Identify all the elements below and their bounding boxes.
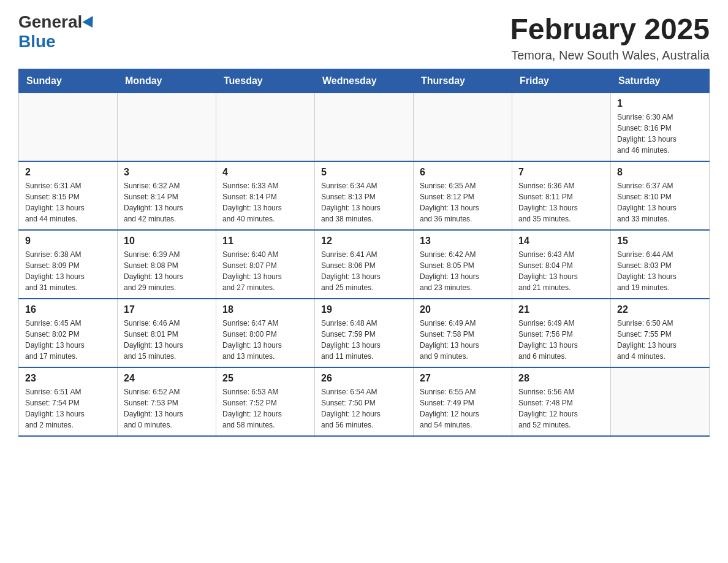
day-info: Sunrise: 6:51 AM Sunset: 7:54 PM Dayligh… [25,386,111,431]
day-info: Sunrise: 6:50 AM Sunset: 7:55 PM Dayligh… [617,318,703,362]
day-info: Sunrise: 6:55 AM Sunset: 7:49 PM Dayligh… [420,386,506,431]
day-info: Sunrise: 6:43 AM Sunset: 8:04 PM Dayligh… [518,249,604,293]
title-section: February 2025 Temora, New South Wales, A… [510,12,710,63]
calendar-cell: 8Sunrise: 6:37 AM Sunset: 8:10 PM Daylig… [611,161,710,230]
day-number: 10 [124,236,210,247]
calendar-cell: 23Sunrise: 6:51 AM Sunset: 7:54 PM Dayli… [19,367,118,436]
logo: General Blue [18,12,96,52]
calendar-cell: 15Sunrise: 6:44 AM Sunset: 8:03 PM Dayli… [611,230,710,299]
day-number: 26 [321,373,407,384]
day-number: 25 [222,373,308,384]
day-info: Sunrise: 6:56 AM Sunset: 7:48 PM Dayligh… [518,386,604,431]
day-number: 20 [420,304,506,315]
calendar-cell [315,93,414,162]
calendar-week-row: 9Sunrise: 6:38 AM Sunset: 8:09 PM Daylig… [19,230,710,299]
day-number: 8 [617,167,703,178]
day-info: Sunrise: 6:45 AM Sunset: 8:02 PM Dayligh… [25,318,111,362]
day-number: 16 [25,304,111,315]
calendar-cell [512,93,611,162]
day-number: 18 [222,304,308,315]
calendar-cell: 6Sunrise: 6:35 AM Sunset: 8:12 PM Daylig… [414,161,512,230]
day-number: 2 [25,167,111,178]
day-number: 4 [222,167,308,178]
weekday-header-monday: Monday [118,69,216,93]
day-number: 14 [518,236,604,247]
location: Temora, New South Wales, Australia [510,48,710,63]
day-number: 6 [420,167,506,178]
logo-triangle-icon [83,16,98,31]
day-info: Sunrise: 6:30 AM Sunset: 8:16 PM Dayligh… [617,112,703,156]
day-info: Sunrise: 6:49 AM Sunset: 7:56 PM Dayligh… [518,318,604,362]
day-number: 1 [617,98,703,109]
calendar-cell: 18Sunrise: 6:47 AM Sunset: 8:00 PM Dayli… [216,299,315,367]
logo-text: General [18,12,96,32]
logo-general: General [18,12,82,32]
calendar-cell: 12Sunrise: 6:41 AM Sunset: 8:06 PM Dayli… [315,230,414,299]
day-info: Sunrise: 6:49 AM Sunset: 7:58 PM Dayligh… [420,318,506,362]
day-number: 17 [124,304,210,315]
calendar-week-row: 16Sunrise: 6:45 AM Sunset: 8:02 PM Dayli… [19,299,710,367]
calendar-cell: 13Sunrise: 6:42 AM Sunset: 8:05 PM Dayli… [414,230,512,299]
day-info: Sunrise: 6:36 AM Sunset: 8:11 PM Dayligh… [518,180,604,224]
day-info: Sunrise: 6:40 AM Sunset: 8:07 PM Dayligh… [222,249,308,293]
day-number: 23 [25,373,111,384]
calendar-cell: 25Sunrise: 6:53 AM Sunset: 7:52 PM Dayli… [216,367,315,436]
day-number: 12 [321,236,407,247]
day-info: Sunrise: 6:37 AM Sunset: 8:10 PM Dayligh… [617,180,703,224]
day-number: 19 [321,304,407,315]
weekday-header-thursday: Thursday [414,69,512,93]
calendar-cell [611,367,710,436]
logo-blue: Blue [18,32,56,51]
day-info: Sunrise: 6:39 AM Sunset: 8:08 PM Dayligh… [124,249,210,293]
day-number: 3 [124,167,210,178]
calendar-cell: 7Sunrise: 6:36 AM Sunset: 8:11 PM Daylig… [512,161,611,230]
calendar-cell: 20Sunrise: 6:49 AM Sunset: 7:58 PM Dayli… [414,299,512,367]
weekday-header-friday: Friday [512,69,611,93]
day-info: Sunrise: 6:53 AM Sunset: 7:52 PM Dayligh… [222,386,308,431]
day-number: 22 [617,304,703,315]
day-number: 9 [25,236,111,247]
calendar-cell: 3Sunrise: 6:32 AM Sunset: 8:14 PM Daylig… [118,161,216,230]
day-info: Sunrise: 6:38 AM Sunset: 8:09 PM Dayligh… [25,249,111,293]
calendar-cell: 21Sunrise: 6:49 AM Sunset: 7:56 PM Dayli… [512,299,611,367]
calendar-cell [118,93,216,162]
calendar-cell: 17Sunrise: 6:46 AM Sunset: 8:01 PM Dayli… [118,299,216,367]
calendar-table: SundayMondayTuesdayWednesdayThursdayFrid… [18,69,710,437]
weekday-header-row: SundayMondayTuesdayWednesdayThursdayFrid… [19,69,710,93]
day-info: Sunrise: 6:34 AM Sunset: 8:13 PM Dayligh… [321,180,407,224]
day-info: Sunrise: 6:47 AM Sunset: 8:00 PM Dayligh… [222,318,308,362]
calendar-cell: 16Sunrise: 6:45 AM Sunset: 8:02 PM Dayli… [19,299,118,367]
weekday-header-wednesday: Wednesday [315,69,414,93]
day-info: Sunrise: 6:54 AM Sunset: 7:50 PM Dayligh… [321,386,407,431]
calendar-cell: 28Sunrise: 6:56 AM Sunset: 7:48 PM Dayli… [512,367,611,436]
calendar-week-row: 2Sunrise: 6:31 AM Sunset: 8:15 PM Daylig… [19,161,710,230]
calendar-cell: 19Sunrise: 6:48 AM Sunset: 7:59 PM Dayli… [315,299,414,367]
day-info: Sunrise: 6:42 AM Sunset: 8:05 PM Dayligh… [420,249,506,293]
calendar-cell: 1Sunrise: 6:30 AM Sunset: 8:16 PM Daylig… [611,93,710,162]
day-number: 24 [124,373,210,384]
day-info: Sunrise: 6:52 AM Sunset: 7:53 PM Dayligh… [124,386,210,431]
page-header: General Blue February 2025 Temora, New S… [18,12,710,63]
day-number: 15 [617,236,703,247]
day-number: 27 [420,373,506,384]
day-info: Sunrise: 6:41 AM Sunset: 8:06 PM Dayligh… [321,249,407,293]
weekday-header-tuesday: Tuesday [216,69,315,93]
day-info: Sunrise: 6:33 AM Sunset: 8:14 PM Dayligh… [222,180,308,224]
calendar-cell: 9Sunrise: 6:38 AM Sunset: 8:09 PM Daylig… [19,230,118,299]
calendar-cell: 14Sunrise: 6:43 AM Sunset: 8:04 PM Dayli… [512,230,611,299]
day-info: Sunrise: 6:31 AM Sunset: 8:15 PM Dayligh… [25,180,111,224]
calendar-cell: 4Sunrise: 6:33 AM Sunset: 8:14 PM Daylig… [216,161,315,230]
day-number: 5 [321,167,407,178]
calendar-week-row: 23Sunrise: 6:51 AM Sunset: 7:54 PM Dayli… [19,367,710,436]
calendar-cell: 11Sunrise: 6:40 AM Sunset: 8:07 PM Dayli… [216,230,315,299]
day-number: 21 [518,304,604,315]
weekday-header-saturday: Saturday [611,69,710,93]
calendar-cell: 22Sunrise: 6:50 AM Sunset: 7:55 PM Dayli… [611,299,710,367]
day-number: 28 [518,373,604,384]
calendar-cell: 10Sunrise: 6:39 AM Sunset: 8:08 PM Dayli… [118,230,216,299]
day-number: 11 [222,236,308,247]
day-info: Sunrise: 6:46 AM Sunset: 8:01 PM Dayligh… [124,318,210,362]
day-info: Sunrise: 6:48 AM Sunset: 7:59 PM Dayligh… [321,318,407,362]
day-number: 7 [518,167,604,178]
calendar-cell: 27Sunrise: 6:55 AM Sunset: 7:49 PM Dayli… [414,367,512,436]
